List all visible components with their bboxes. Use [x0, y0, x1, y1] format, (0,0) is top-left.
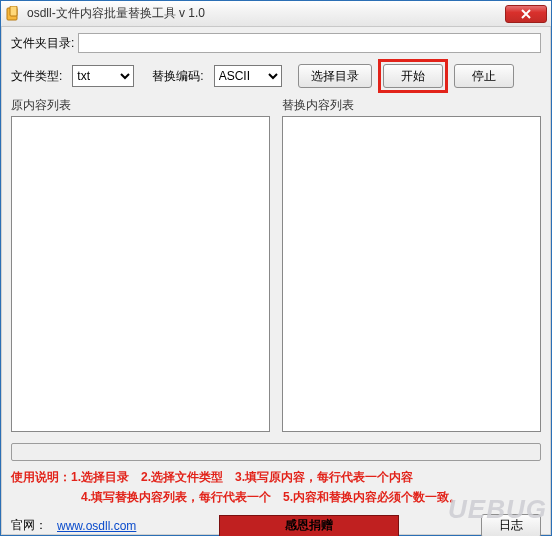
close-icon [521, 9, 531, 19]
progress-wrap [11, 443, 541, 461]
encoding-select[interactable]: ASCII [214, 65, 282, 87]
start-button-highlight: 开始 [378, 59, 448, 93]
file-type-select[interactable]: txt [72, 65, 134, 87]
progress-bar [11, 443, 541, 461]
titlebar: osdll-文件内容批量替换工具 v 1.0 [1, 1, 551, 27]
client-area: 文件夹目录: 文件类型: txt 替换编码: ASCII 选择目录 开始 停止 … [1, 27, 551, 536]
app-window: osdll-文件内容批量替换工具 v 1.0 文件夹目录: 文件类型: txt … [0, 0, 552, 536]
website-label: 官网： [11, 517, 47, 534]
options-row: 文件类型: txt 替换编码: ASCII 选择目录 开始 停止 [11, 59, 541, 93]
lists-row: 原内容列表 替换内容列表 [11, 97, 541, 435]
choose-dir-button[interactable]: 选择目录 [298, 64, 372, 88]
start-button[interactable]: 开始 [383, 64, 443, 88]
footer-row: 官网： www.osdll.com 感恩捐赠 日志 [11, 514, 541, 536]
stop-button[interactable]: 停止 [454, 64, 514, 88]
file-type-label: 文件类型: [11, 68, 62, 85]
orig-list-label: 原内容列表 [11, 97, 270, 114]
replace-list-col: 替换内容列表 [282, 97, 541, 435]
replace-list-textarea[interactable] [282, 116, 541, 432]
close-button[interactable] [505, 5, 547, 23]
orig-list-col: 原内容列表 [11, 97, 270, 435]
app-icon [5, 6, 21, 22]
folder-dir-label: 文件夹目录: [11, 35, 74, 52]
instructions-line1: 使用说明：1.选择目录 2.选择文件类型 3.填写原内容，每行代表一个内容 [11, 467, 541, 487]
instructions-line2: 4.填写替换内容列表，每行代表一个 5.内容和替换内容必须个数一致。 [11, 487, 541, 507]
replace-list-label: 替换内容列表 [282, 97, 541, 114]
folder-dir-row: 文件夹目录: [11, 33, 541, 53]
donate-button[interactable]: 感恩捐赠 [219, 515, 399, 536]
instructions: 使用说明：1.选择目录 2.选择文件类型 3.填写原内容，每行代表一个内容 4.… [11, 467, 541, 508]
log-button[interactable]: 日志 [481, 514, 541, 536]
folder-dir-input[interactable] [78, 33, 541, 53]
encoding-label: 替换编码: [152, 68, 203, 85]
window-title: osdll-文件内容批量替换工具 v 1.0 [27, 5, 505, 22]
orig-list-textarea[interactable] [11, 116, 270, 432]
website-link[interactable]: www.osdll.com [57, 519, 136, 533]
svg-rect-1 [10, 6, 17, 16]
